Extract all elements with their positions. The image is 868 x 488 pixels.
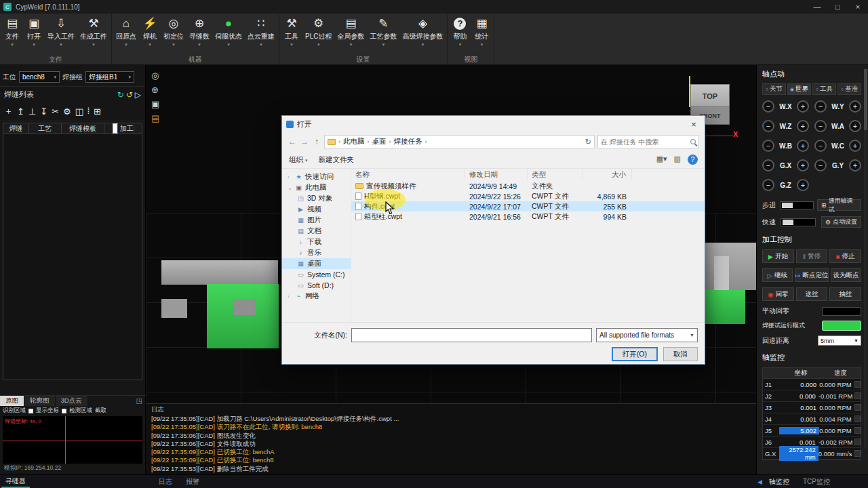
sidebar-item-documents[interactable]: ▤文档 (282, 226, 351, 237)
sidebar-item-videos[interactable]: ▶视频 (282, 204, 351, 215)
detect-area-checkbox[interactable] (62, 409, 66, 413)
new-folder-button[interactable]: 新建文件夹 (318, 155, 354, 165)
ribbon-item-initial-position[interactable]: ◎初定位▾ (161, 16, 186, 47)
move-top-icon[interactable]: ↥ (17, 106, 24, 117)
mirror-icon[interactable]: ◫ (75, 106, 83, 117)
ribbon-item-seam-params[interactable]: ⊕寻缝数▾ (186, 16, 212, 47)
search-box[interactable] (597, 135, 699, 148)
search-input[interactable] (601, 138, 690, 146)
column-header-machining[interactable]: 加工 (104, 123, 142, 134)
gear-icon[interactable]: ⚙ (63, 106, 71, 117)
view-cube-top-face[interactable]: TOP (690, 84, 730, 107)
pause-button[interactable]: ‖暂停 (796, 249, 828, 263)
ribbon-item-welder[interactable]: ⚡焊机▾ (139, 16, 161, 47)
sidebar-item-network[interactable]: ›⌁网络 (282, 291, 351, 302)
ribbon-item-tools[interactable]: ⚒工具▾ (281, 16, 302, 47)
slider-handle[interactable] (782, 203, 793, 208)
tab-tcp-monitor[interactable]: TCP监控 (799, 475, 834, 488)
breadcrumb-this-pc[interactable]: 此电脑 (343, 137, 365, 146)
ribbon-item-home-origin[interactable]: ⌂回原点▾ (113, 16, 139, 47)
station-select[interactable]: bench8▾ (19, 71, 60, 83)
seam-table-body[interactable] (3, 134, 142, 380)
camera-tool-icon[interactable]: ⊕ (151, 85, 159, 95)
ribbon-item-servo-status[interactable]: ●伺服状态▾ (212, 16, 245, 47)
ribbon-item-pointcloud-rebuild[interactable]: ∷点云重建▾ (245, 16, 277, 47)
tab-seam-finder[interactable]: 寻缝器 (1, 475, 30, 488)
tab-joint[interactable]: ○关节 (762, 83, 786, 95)
sidebar-item-drive-d[interactable]: ▭Soft (D:) (282, 280, 351, 291)
wire-back-button[interactable]: 抽丝 (829, 287, 861, 301)
preview-pane-icon[interactable]: ▥ (674, 155, 681, 165)
jog-plus-button[interactable]: + (797, 100, 809, 113)
sidebar-item-quick-access[interactable]: ›★快速访问 (282, 171, 351, 182)
jog-plus-button[interactable]: + (797, 159, 809, 171)
ribbon-item-process-params[interactable]: ✎工艺参数▾ (367, 16, 399, 47)
retract-select[interactable]: 5mm▼ (818, 336, 861, 346)
organize-button[interactable]: 组织 ▾ (289, 155, 307, 165)
orbit-tool-icon[interactable]: ◎ (151, 70, 159, 81)
expand-icon[interactable]: ◳ (136, 397, 142, 405)
jog-plus-button[interactable]: + (797, 140, 809, 152)
column-header-process[interactable]: 工艺 (29, 123, 62, 134)
workpiece-gray-block[interactable] (161, 299, 187, 318)
panel-scrollbar[interactable] (864, 69, 867, 449)
breadcrumb-desktop[interactable]: 桌面 (372, 137, 387, 146)
dialog-help-icon[interactable]: ? (688, 155, 698, 165)
stop-button[interactable]: ■停止 (829, 249, 861, 263)
flip-icon[interactable]: ⊥ (28, 106, 36, 117)
ribbon-item-statistics[interactable]: ▦统计▾ (471, 16, 492, 47)
move-bottom-icon[interactable]: ↧ (40, 106, 47, 117)
sidebar-item-music[interactable]: ♪音乐 (282, 247, 351, 258)
workpiece-gray-post[interactable] (714, 256, 729, 290)
back-icon[interactable]: ← (288, 137, 297, 146)
monitor-row-j3[interactable]: J30.0010.000 RPM (763, 402, 861, 413)
jog-minus-button[interactable]: − (762, 140, 774, 152)
set-breakpoint-button[interactable]: 设为断点 (831, 268, 861, 282)
ribbon-item-global-params[interactable]: ▤全局参数▾ (334, 16, 367, 47)
close-button[interactable]: × (848, 0, 868, 14)
axis-option-icon[interactable] (854, 392, 861, 399)
view-mode-icon[interactable]: ▦▾ (656, 155, 667, 165)
collapse-panel-icon[interactable]: ◀ (757, 475, 762, 488)
dry-run-toggle[interactable] (822, 321, 861, 331)
jog-plus-button[interactable]: + (849, 140, 861, 152)
axis-option-icon[interactable] (854, 450, 861, 457)
start-button[interactable]: ▶开始 (762, 249, 794, 263)
breadcrumb[interactable]: › 此电脑 › 桌面 › 焊接任务 › ↻ (324, 135, 595, 148)
pan-home-indicator[interactable] (822, 307, 861, 316)
breakpoint-locate-button[interactable]: ↦断点定位 (795, 268, 829, 282)
align-icon[interactable]: ⦙ (87, 106, 90, 117)
wire-feed-button[interactable]: 送丝 (796, 287, 828, 301)
cancel-button[interactable]: 取消 (663, 347, 698, 361)
folder-tool-icon[interactable]: ▤ (151, 113, 159, 123)
monitor-row-j1[interactable]: J10.0000.000 RPM (763, 379, 861, 390)
camera-view[interactable]: 焊缝坐标: 4x, 0 (3, 416, 142, 464)
tab-world[interactable]: ◉世界 (787, 83, 811, 95)
slider-handle[interactable] (783, 220, 793, 225)
axis-option-icon[interactable] (854, 404, 861, 411)
weld-group-select[interactable]: 焊接组B1▾ (85, 71, 134, 83)
jog-plus-button[interactable]: + (797, 179, 809, 191)
column-header-date[interactable]: 修改日期 (465, 169, 528, 180)
sidebar-item-3d-objects[interactable]: ◳3D 对象 (282, 193, 351, 204)
column-header-size[interactable]: 大小 (583, 169, 632, 180)
jog-minus-button[interactable]: − (814, 140, 827, 152)
workpiece-gray-right[interactable] (703, 243, 756, 290)
refresh-icon[interactable]: ↻ (585, 138, 591, 146)
up-icon[interactable]: ↑ (312, 137, 321, 146)
layers-tool-icon[interactable]: ▣ (151, 99, 159, 109)
breadcrumb-weld-tasks[interactable]: 焊接任务 (394, 137, 422, 146)
monitor-row-gx[interactable]: G.X2572.242 mm0.000 mm/s (763, 448, 861, 460)
ribbon-item-file[interactable]: ▤文件▾ (1, 16, 23, 47)
axis-debug-button[interactable]: ⊞通用轴调试 (817, 199, 861, 211)
tab-datum[interactable]: ○基准 (837, 83, 861, 95)
fast-slider[interactable] (781, 218, 816, 226)
jog-plus-button[interactable]: + (849, 159, 861, 171)
axis-option-icon[interactable] (854, 415, 861, 422)
ribbon-item-import-workpiece[interactable]: ⇩导入工件▾ (45, 16, 77, 47)
jog-plus-button[interactable]: + (849, 120, 861, 132)
resume-button[interactable]: ▷继续 (762, 268, 793, 282)
file-row-folder[interactable]: 宣传视频须样件 2024/9/9 14:49 文件夹 (351, 181, 705, 191)
jog-plus-button[interactable]: + (849, 100, 861, 113)
ribbon-item-open[interactable]: ▣打开▾ (23, 16, 45, 47)
